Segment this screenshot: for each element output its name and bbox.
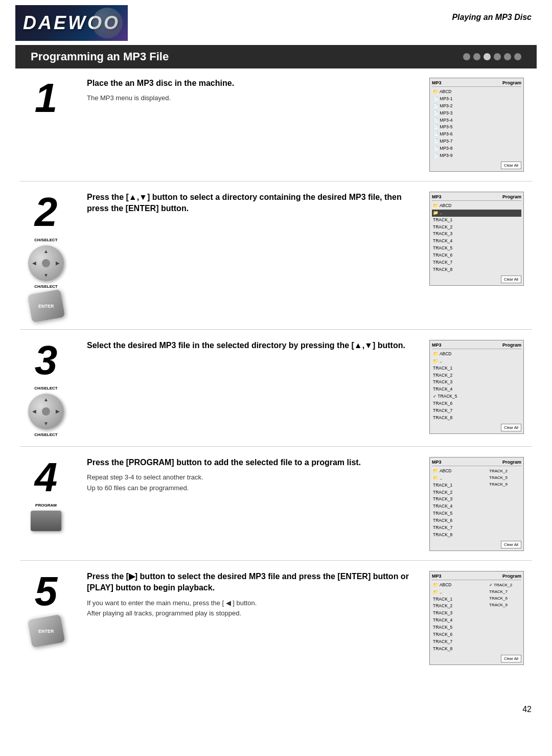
program-label-2: Program [502,194,521,199]
mp3-screen-2: MP3 Program 📁 ABCD 📁 .. TRACK_1 TRACK_2 … [429,192,524,286]
mp3-row-6: 📄 MP3-6 [432,131,521,138]
mp3-col-container-5: 📁 ABCD 📁 .. TRACK_1 TRACK_2 TRACK_3 TRAC… [432,582,521,653]
program-label-5: Program [502,574,521,579]
s3-t7: TRACK_7 [432,407,521,415]
program-label-btn: PROGRAM [35,503,57,508]
step-5-body-1: If you want to enter the main menu, pres… [87,598,419,609]
mp3-footer-3: Clear All [432,424,521,431]
program-label-3: Program [502,342,521,348]
s3-t4: TRACK_4 [432,386,521,393]
arrow-up3: ▲ [43,397,49,402]
s5-t4: TRACK_4 [432,617,486,624]
s4-dotdot: 📁 .. [432,475,486,482]
mp3-col-left-4: 📁 ABCD 📁 .. TRACK_1 TRACK_2 TRACK_3 TRAC… [432,468,486,539]
mp3-row-2: 📄 MP3-2 [432,103,521,110]
arrow-down3: ▼ [43,421,49,426]
ch-select-label-1: CH/SELECT [34,238,57,242]
clear-all-btn-2[interactable]: Clear All [501,276,521,283]
mp3-col-left-5: 📁 ABCD 📁 .. TRACK_1 TRACK_2 TRACK_3 TRAC… [432,582,486,653]
ch-select-label-3: CH/SELECT [34,386,57,391]
dot-6 [514,53,521,60]
s2-t4: TRACK_4 [432,238,521,245]
step-5: 5 ENTER Press the [▶] button to select t… [20,571,532,674]
step-4-title: Press the [PROGRAM] button to add the se… [87,457,419,468]
clear-all-btn-5[interactable]: Clear All [501,655,521,662]
s2-t2: TRACK_2 [432,224,521,231]
mp3-row-8: 📄 MP3-8 [432,145,521,152]
arrow-right: ▶ [56,260,60,266]
mp3-label-3: MP3 [432,342,442,348]
mp3-header-5: MP3 Program [432,574,521,580]
program-btn[interactable] [31,511,61,531]
main-content: 1 Place the an MP3 disc in the machine. … [0,73,552,695]
ch-select-btn-1[interactable]: ▲ ◀ ▶ ▼ [28,245,64,281]
section-title-area: Playing an MP3 Disc [452,5,532,22]
s4-t1: TRACK_1 [432,482,486,489]
enter-btn-1[interactable]: ENTER [27,289,65,323]
mp3-screen-1: MP3 Program 📁 ABCD 📄 MP3-1 📄 MP3-2 📄 MP3… [429,78,524,172]
s5-t3: TRACK_3 [432,610,486,617]
nav-center3 [42,407,50,416]
s3-t3: TRACK_3 [432,379,521,386]
s5-dotdot: 📁 .. [432,589,486,596]
s3-t1: TRACK_1 [432,365,521,372]
step-3-icons: CH/SELECT ▲ ◀ ▶ ▼ CH/SELECT [28,386,64,437]
program-label-4: Program [502,460,521,465]
mp3-col-right-5: TRACK_2 TRACK_7 TRACK_6 TRACK_9 [488,582,521,653]
mp3-col-container-4: 📁 ABCD 📁 .. TRACK_1 TRACK_2 TRACK_3 TRAC… [432,468,521,539]
page-number: 42 [0,695,552,719]
step-1-screen: MP3 Program 📁 ABCD 📄 MP3-1 📄 MP3-2 📄 MP3… [429,78,532,172]
clear-all-btn-4[interactable]: Clear All [501,541,521,548]
s5-t6: TRACK_6 [432,631,486,638]
dot-1 [463,53,470,60]
step-4-screen: MP3 Program 📁 ABCD 📁 .. TRACK_1 TRACK_2 … [429,457,532,551]
s5-p2: TRACK_2 [488,582,521,588]
step-1-number: 1 [35,78,58,119]
nav-arrows-3: ▲ ◀ ▶ ▼ [28,394,64,429]
mp3-screen-3: MP3 Program 📁 ABCD 📁 .. TRACK_1 TRACK_2 … [429,340,524,434]
enter-btn-5[interactable]: ENTER [27,614,65,648]
ch-select-btn-3[interactable]: ▲ ◀ ▶ ▼ [28,394,64,429]
step-2-number: 2 [35,192,58,233]
step-1: 1 Place the an MP3 disc in the machine. … [20,78,532,181]
step-1-left: 1 [20,78,72,119]
mp3-screen-4: MP3 Program 📁 ABCD 📁 .. TRACK_1 TRACK_2 … [429,457,524,551]
s4-t5: TRACK_5 [432,510,486,517]
s5-p9: TRACK_9 [488,602,521,608]
page-header: DAEWOO Playing an MP3 Disc [0,0,552,41]
s2-row-sel: 📁 .. [432,210,521,217]
mp3-footer-1: Clear All [432,162,521,169]
step-4-left: 4 PROGRAM [20,457,72,531]
page-title: Programming an MP3 File [31,50,169,63]
step-1-body: The MP3 menu is displayed. [87,93,419,104]
s3-t6: TRACK_6 [432,400,521,407]
mp3-header-4: MP3 Program [432,460,521,466]
step-3-title: Select the desired MP3 file in the selec… [87,340,419,351]
s5-t8: TRACK_8 [432,646,486,653]
mp3-row-9: 📄 MP3-9 [432,152,521,159]
mp3-screen-5: MP3 Program 📁 ABCD 📁 .. TRACK_1 TRACK_2 … [429,571,524,665]
step-5-screen: MP3 Program 📁 ABCD 📁 .. TRACK_1 TRACK_2 … [429,571,532,665]
s2-t7: TRACK_7 [432,259,521,266]
s5-p6: TRACK_6 [488,595,521,602]
arrow-right3: ▶ [56,408,60,414]
step-5-icons: ENTER [30,617,63,645]
s3-t8: TRACK_8 [432,415,521,422]
mp3-row-3: 📄 MP3-3 [432,110,521,117]
title-bar: Programming an MP3 File [15,45,537,68]
mp3-label: MP3 [432,80,442,85]
enter-text-5: ENTER [38,628,54,633]
step-4-body: Repeat step 3-4 to select another track.… [87,472,419,494]
clear-all-btn-1[interactable]: Clear All [501,162,521,169]
clear-all-btn-3[interactable]: Clear All [501,424,521,431]
mp3-row-abcd: 📁 ABCD [432,88,521,96]
step-3-left: 3 CH/SELECT ▲ ◀ ▶ ▼ CH/S [20,340,72,437]
mp3-header-3: MP3 Program [432,342,521,349]
step-1-title: Place the an MP3 disc in the machine. [87,78,419,89]
step-5-body-2: After playing all tracks, programmed pla… [87,608,419,619]
s4-t2: TRACK_2 [432,489,486,496]
mp3-row-5: 📄 MP3-5 [432,124,521,131]
mp3-label-2: MP3 [432,194,442,199]
s5-p7: TRACK_7 [488,588,521,595]
s2-t5: TRACK_5 [432,245,521,252]
